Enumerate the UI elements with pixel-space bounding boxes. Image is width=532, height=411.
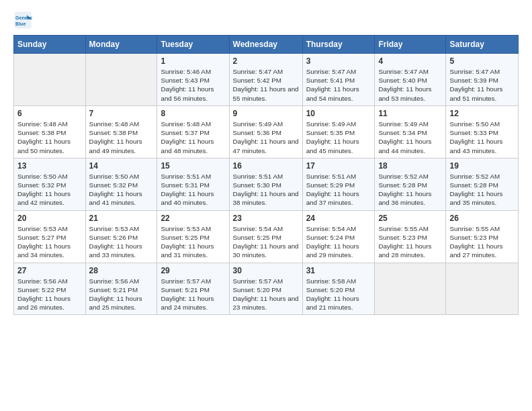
day-info: Sunrise: 5:53 AMSunset: 5:26 PMDaylight:…: [89, 224, 154, 260]
calendar-cell: 29Sunrise: 5:57 AMSunset: 5:21 PMDayligh…: [157, 263, 229, 315]
day-info: Sunrise: 5:48 AMSunset: 5:38 PMDaylight:…: [89, 120, 154, 155]
logo: General Blue: [13, 11, 32, 30]
calendar-cell: 15Sunrise: 5:51 AMSunset: 5:31 PMDayligh…: [157, 158, 229, 210]
day-info: Sunrise: 5:53 AMSunset: 5:27 PMDaylight:…: [17, 224, 82, 260]
calendar-week-row: 27Sunrise: 5:56 AMSunset: 5:22 PMDayligh…: [14, 263, 519, 315]
calendar-cell: 21Sunrise: 5:53 AMSunset: 5:26 PMDayligh…: [85, 210, 157, 263]
day-number: 27: [17, 266, 82, 275]
calendar-cell: 1Sunrise: 5:46 AMSunset: 5:43 PMDaylight…: [157, 54, 229, 106]
weekday-header-monday: Monday: [85, 36, 157, 54]
day-info: Sunrise: 5:47 AMSunset: 5:41 PMDaylight:…: [306, 67, 371, 103]
day-number: 8: [161, 109, 225, 118]
day-number: 3: [306, 56, 371, 66]
calendar-cell: [446, 263, 519, 315]
calendar-table: SundayMondayTuesdayWednesdayThursdayFrid…: [13, 35, 519, 315]
day-number: 14: [89, 161, 154, 171]
day-number: 26: [449, 214, 515, 223]
day-info: Sunrise: 5:46 AMSunset: 5:43 PMDaylight:…: [161, 67, 225, 103]
day-info: Sunrise: 5:51 AMSunset: 5:29 PMDaylight:…: [306, 172, 371, 208]
calendar-cell: 26Sunrise: 5:55 AMSunset: 5:23 PMDayligh…: [446, 210, 519, 263]
day-info: Sunrise: 5:56 AMSunset: 5:21 PMDaylight:…: [89, 277, 154, 312]
calendar-cell: 17Sunrise: 5:51 AMSunset: 5:29 PMDayligh…: [302, 158, 375, 210]
day-number: 5: [449, 56, 515, 66]
day-number: 4: [378, 56, 442, 66]
weekday-header-sunday: Sunday: [14, 36, 86, 54]
day-number: 24: [306, 214, 371, 223]
page: General Blue SundayMondayTuesdayWednesda…: [0, 0, 532, 326]
day-info: Sunrise: 5:49 AMSunset: 5:35 PMDaylight:…: [306, 120, 371, 155]
day-number: 21: [89, 214, 154, 223]
calendar-cell: 22Sunrise: 5:53 AMSunset: 5:25 PMDayligh…: [157, 210, 229, 263]
day-number: 6: [17, 109, 82, 118]
day-number: 17: [306, 161, 371, 171]
day-number: 31: [306, 266, 371, 275]
calendar-cell: 14Sunrise: 5:50 AMSunset: 5:32 PMDayligh…: [85, 158, 157, 210]
calendar-cell: 11Sunrise: 5:49 AMSunset: 5:34 PMDayligh…: [375, 105, 446, 158]
calendar-cell: 27Sunrise: 5:56 AMSunset: 5:22 PMDayligh…: [14, 263, 86, 315]
svg-text:Blue: Blue: [15, 21, 26, 26]
calendar-cell: 4Sunrise: 5:47 AMSunset: 5:40 PMDaylight…: [375, 54, 446, 106]
calendar-cell: 28Sunrise: 5:56 AMSunset: 5:21 PMDayligh…: [85, 263, 157, 315]
weekday-header-tuesday: Tuesday: [157, 36, 229, 54]
day-number: 19: [449, 161, 515, 171]
weekday-header-friday: Friday: [375, 36, 446, 54]
day-number: 28: [89, 266, 154, 275]
calendar-body: 1Sunrise: 5:46 AMSunset: 5:43 PMDaylight…: [14, 54, 519, 315]
calendar-cell: 2Sunrise: 5:47 AMSunset: 5:42 PMDaylight…: [229, 54, 302, 106]
day-number: 18: [378, 161, 442, 171]
day-number: 20: [17, 214, 82, 223]
day-info: Sunrise: 5:47 AMSunset: 5:42 PMDaylight:…: [233, 67, 299, 103]
day-info: Sunrise: 5:49 AMSunset: 5:34 PMDaylight:…: [378, 120, 442, 155]
calendar-cell: 30Sunrise: 5:57 AMSunset: 5:20 PMDayligh…: [229, 263, 302, 315]
day-number: 13: [17, 161, 82, 171]
day-info: Sunrise: 5:50 AMSunset: 5:32 PMDaylight:…: [17, 172, 82, 208]
day-number: 15: [161, 161, 225, 171]
day-info: Sunrise: 5:54 AMSunset: 5:24 PMDaylight:…: [306, 224, 371, 260]
calendar-cell: 25Sunrise: 5:55 AMSunset: 5:23 PMDayligh…: [375, 210, 446, 263]
day-info: Sunrise: 5:49 AMSunset: 5:36 PMDaylight:…: [233, 120, 299, 155]
calendar-header: SundayMondayTuesdayWednesdayThursdayFrid…: [14, 36, 519, 54]
day-number: 30: [233, 266, 299, 275]
calendar-week-row: 1Sunrise: 5:46 AMSunset: 5:43 PMDaylight…: [14, 54, 519, 106]
calendar-cell: [85, 54, 157, 106]
header: General Blue: [13, 11, 519, 30]
calendar-cell: 6Sunrise: 5:48 AMSunset: 5:38 PMDaylight…: [14, 105, 86, 158]
calendar-cell: 24Sunrise: 5:54 AMSunset: 5:24 PMDayligh…: [302, 210, 375, 263]
day-number: 25: [378, 214, 442, 223]
day-info: Sunrise: 5:51 AMSunset: 5:30 PMDaylight:…: [233, 172, 299, 208]
calendar-cell: 5Sunrise: 5:47 AMSunset: 5:39 PMDaylight…: [446, 54, 519, 106]
calendar-cell: [14, 54, 86, 106]
calendar-cell: 20Sunrise: 5:53 AMSunset: 5:27 PMDayligh…: [14, 210, 86, 263]
day-number: 29: [161, 266, 225, 275]
weekday-header-row: SundayMondayTuesdayWednesdayThursdayFrid…: [14, 36, 519, 54]
calendar-cell: 9Sunrise: 5:49 AMSunset: 5:36 PMDaylight…: [229, 105, 302, 158]
day-info: Sunrise: 5:52 AMSunset: 5:28 PMDaylight:…: [449, 172, 515, 208]
day-number: 12: [449, 109, 515, 118]
calendar-cell: 13Sunrise: 5:50 AMSunset: 5:32 PMDayligh…: [14, 158, 86, 210]
calendar-cell: 18Sunrise: 5:52 AMSunset: 5:28 PMDayligh…: [375, 158, 446, 210]
weekday-header-saturday: Saturday: [446, 36, 519, 54]
logo-icon: General Blue: [13, 11, 32, 30]
day-number: 1: [161, 56, 225, 66]
day-number: 10: [306, 109, 371, 118]
day-info: Sunrise: 5:57 AMSunset: 5:20 PMDaylight:…: [233, 277, 299, 312]
day-info: Sunrise: 5:58 AMSunset: 5:20 PMDaylight:…: [306, 277, 371, 312]
calendar-cell: 10Sunrise: 5:49 AMSunset: 5:35 PMDayligh…: [302, 105, 375, 158]
calendar-cell: 3Sunrise: 5:47 AMSunset: 5:41 PMDaylight…: [302, 54, 375, 106]
day-info: Sunrise: 5:56 AMSunset: 5:22 PMDaylight:…: [17, 277, 82, 312]
day-info: Sunrise: 5:57 AMSunset: 5:21 PMDaylight:…: [161, 277, 225, 312]
calendar-cell: 16Sunrise: 5:51 AMSunset: 5:30 PMDayligh…: [229, 158, 302, 210]
day-info: Sunrise: 5:47 AMSunset: 5:39 PMDaylight:…: [449, 67, 515, 103]
day-number: 22: [161, 214, 225, 223]
day-info: Sunrise: 5:51 AMSunset: 5:31 PMDaylight:…: [161, 172, 225, 208]
day-info: Sunrise: 5:50 AMSunset: 5:32 PMDaylight:…: [89, 172, 154, 208]
calendar-cell: 7Sunrise: 5:48 AMSunset: 5:38 PMDaylight…: [85, 105, 157, 158]
calendar-cell: 31Sunrise: 5:58 AMSunset: 5:20 PMDayligh…: [302, 263, 375, 315]
day-number: 9: [233, 109, 299, 118]
day-info: Sunrise: 5:55 AMSunset: 5:23 PMDaylight:…: [378, 224, 442, 260]
calendar-cell: [375, 263, 446, 315]
day-info: Sunrise: 5:53 AMSunset: 5:25 PMDaylight:…: [161, 224, 225, 260]
calendar-cell: 12Sunrise: 5:50 AMSunset: 5:33 PMDayligh…: [446, 105, 519, 158]
calendar-week-row: 20Sunrise: 5:53 AMSunset: 5:27 PMDayligh…: [14, 210, 519, 263]
day-number: 2: [233, 56, 299, 66]
